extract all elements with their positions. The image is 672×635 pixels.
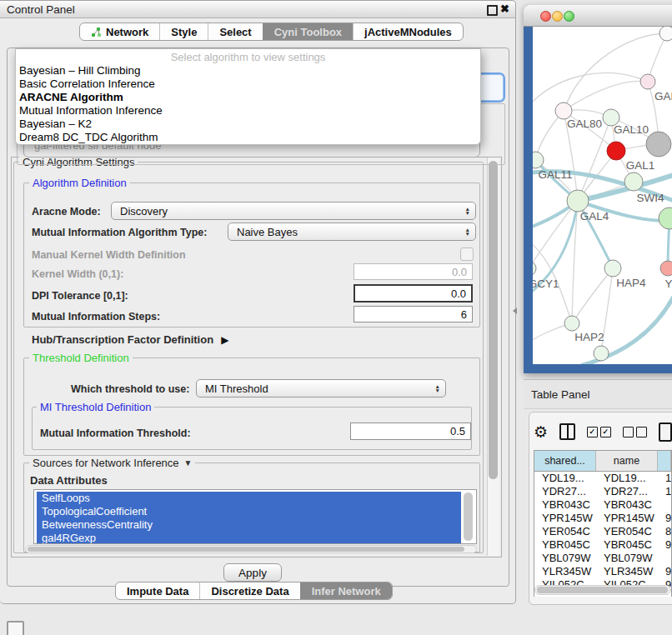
column-header[interactable] xyxy=(658,451,671,471)
zoom-traffic-light[interactable] xyxy=(564,11,574,22)
network-edge xyxy=(564,33,667,111)
network-view-window: GALGAL80GAL10GAL1GAL11SWI4GAL4GCY1HAP4YH… xyxy=(524,5,672,373)
stepper-arrows-icon: ▲▼ xyxy=(465,228,470,236)
mi-type-label: Mutual Information Algorithm Type: xyxy=(32,227,207,238)
tab-select[interactable]: Select xyxy=(208,23,262,40)
tab-cyni-toolbox[interactable]: Cyni Toolbox xyxy=(263,23,353,40)
stepper-arrows-icon: ▲▼ xyxy=(435,384,440,392)
algorithm-option[interactable]: Bayesian – Hill Climbing xyxy=(19,64,477,78)
column-header[interactable]: name xyxy=(596,451,658,471)
network-window-titlebar[interactable] xyxy=(524,5,672,27)
which-threshold-label: Which threshold to use: xyxy=(71,383,189,395)
mi-threshold-value: 0.5 xyxy=(450,425,465,438)
settings-scrollbar-thumb[interactable] xyxy=(489,161,498,479)
table-cell: 9. xyxy=(658,565,671,578)
table-row[interactable]: YBL079WYBL079W xyxy=(534,552,671,565)
unchecked-boxes-icon[interactable] xyxy=(623,427,647,438)
table-row[interactable]: YDR27...YDR27...12 xyxy=(534,485,671,498)
which-threshold-combobox[interactable]: MI Threshold ▲▼ xyxy=(196,379,446,398)
node-HAP4[interactable] xyxy=(604,260,621,277)
manual-kernel-checkbox[interactable] xyxy=(460,248,474,261)
mi-steps-field[interactable]: 6 xyxy=(354,306,473,322)
node-SWI4[interactable] xyxy=(624,172,643,191)
mi-threshold-field[interactable]: 0.5 xyxy=(350,422,471,440)
node-GAL1[interactable] xyxy=(607,142,625,160)
algorithm-option[interactable]: Dream8 DC_TDC Algorithm xyxy=(19,131,477,144)
float-window-icon[interactable] xyxy=(487,5,498,16)
tab-jactivemnodules[interactable]: jActiveMNodules xyxy=(353,23,463,40)
minimized-panel-icon[interactable] xyxy=(7,621,24,635)
node-green-right[interactable] xyxy=(659,208,672,229)
algorithm-option[interactable]: ARACNE Algorithm xyxy=(19,91,477,104)
node-HAP2[interactable] xyxy=(564,316,579,331)
tab-impute-data[interactable]: Impute Data xyxy=(116,582,199,599)
table-cell: 9. xyxy=(658,512,671,525)
node-label: GAL11 xyxy=(538,168,572,181)
tab-network[interactable]: Network xyxy=(80,23,159,40)
aracne-mode-combobox[interactable]: Discovery ▲▼ xyxy=(111,202,476,220)
kernel-width-field[interactable]: 0.0 xyxy=(354,263,473,280)
node-GAL80[interactable] xyxy=(555,102,572,119)
data-attributes-list[interactable]: SelfLoopsTopologicalCoefficientBetweenne… xyxy=(33,489,477,544)
expand-arrow-icon: ▶ xyxy=(221,334,228,346)
tab-discretize-data-label: Discretize Data xyxy=(211,585,288,598)
table-cell: YBR045C xyxy=(534,538,596,552)
node-gal-pink[interactable] xyxy=(640,74,655,89)
table-cell: YBL079W xyxy=(534,552,596,565)
table-row[interactable]: YBR045CYBR045C9. xyxy=(534,538,671,552)
table-cell: YBL079W xyxy=(596,552,658,565)
attribute-list-item[interactable]: SelfLoops xyxy=(37,492,461,505)
document-icon[interactable] xyxy=(659,422,672,442)
table-hscrollbar[interactable] xyxy=(534,585,671,595)
hub-definition-expander[interactable]: Hub/Transcription Factor Definition ▶ xyxy=(32,333,228,346)
mi-type-combobox[interactable]: Naive Bayes ▲▼ xyxy=(228,222,476,241)
table-cell: YBR043C xyxy=(534,498,596,512)
apply-button[interactable]: Apply xyxy=(223,563,282,582)
panel-resize-handle-icon[interactable] xyxy=(513,308,517,314)
algorithm-option[interactable]: Bayesian – K2 xyxy=(19,118,477,131)
table-header-row: shared...name xyxy=(534,451,671,472)
dpi-tolerance-label: DPI Tolerance [0,1]: xyxy=(32,290,128,302)
gear-icon[interactable]: ⚙ xyxy=(534,424,548,440)
column-header[interactable]: shared... xyxy=(534,451,596,471)
table-cell: YDR27... xyxy=(596,485,658,498)
table-row[interactable]: YPR145WYPR145W9. xyxy=(534,512,671,525)
tab-infer-network[interactable]: Infer Network xyxy=(300,582,392,599)
control-panel-tabbar: Network Style Select Cyni Toolbox jActiv… xyxy=(79,22,464,41)
table-cell: YBR045C xyxy=(596,538,658,552)
node-top-partial[interactable] xyxy=(659,27,672,41)
close-traffic-light[interactable] xyxy=(540,11,551,22)
attribute-list-item[interactable]: gal4RGexp xyxy=(37,532,461,544)
attributes-scrollbar-thumb[interactable] xyxy=(464,492,473,541)
node-label: Y xyxy=(664,278,672,290)
node-GCY1[interactable] xyxy=(533,261,536,276)
algorithm-definition-title: Algorithm Definition xyxy=(29,177,130,189)
algorithm-option[interactable]: Basic Correlation Inference xyxy=(19,78,477,91)
node-salmon-right[interactable] xyxy=(660,261,672,276)
network-edge xyxy=(578,118,611,201)
tab-discretize-data[interactable]: Discretize Data xyxy=(199,582,299,599)
attribute-list-item[interactable]: TopologicalCoefficient xyxy=(37,505,461,518)
minimize-traffic-light[interactable] xyxy=(552,11,563,22)
node-GAL4[interactable] xyxy=(567,190,589,212)
table-row[interactable]: YDL19...YDL19...13 xyxy=(534,472,671,485)
attributes-hscrollbar[interactable] xyxy=(25,545,477,553)
algorithm-option[interactable]: Mutual Information Inference xyxy=(19,104,477,118)
tab-style[interactable]: Style xyxy=(159,23,208,40)
node-label: HAP2 xyxy=(574,331,604,343)
checked-boxes-icon[interactable]: ✓✓ xyxy=(587,427,611,438)
network-canvas[interactable]: GALGAL80GAL10GAL1GAL11SWI4GAL4GCY1HAP4YH… xyxy=(533,27,672,364)
which-threshold-value: MI Threshold xyxy=(205,382,268,395)
node-gray-hub[interactable] xyxy=(646,132,671,157)
close-icon[interactable]: ✖ xyxy=(500,2,509,15)
node-label: GCY1 xyxy=(533,278,559,290)
sources-title-row[interactable]: Sources for Network Inference ▼ xyxy=(29,457,195,469)
table-row[interactable]: YER054CYER054C8. xyxy=(534,525,671,538)
columns-icon[interactable] xyxy=(559,423,575,440)
dpi-tolerance-field[interactable]: 0.0 xyxy=(354,284,473,302)
node-bottom-partial[interactable] xyxy=(594,346,609,361)
control-panel-titlebar[interactable]: Control Panel ✖ xyxy=(0,1,515,18)
table-row[interactable]: YLR345WYLR345W9. xyxy=(534,565,671,578)
table-row[interactable]: YBR043CYBR043C xyxy=(534,498,671,512)
attribute-list-item[interactable]: BetweennessCentrality xyxy=(37,518,461,532)
